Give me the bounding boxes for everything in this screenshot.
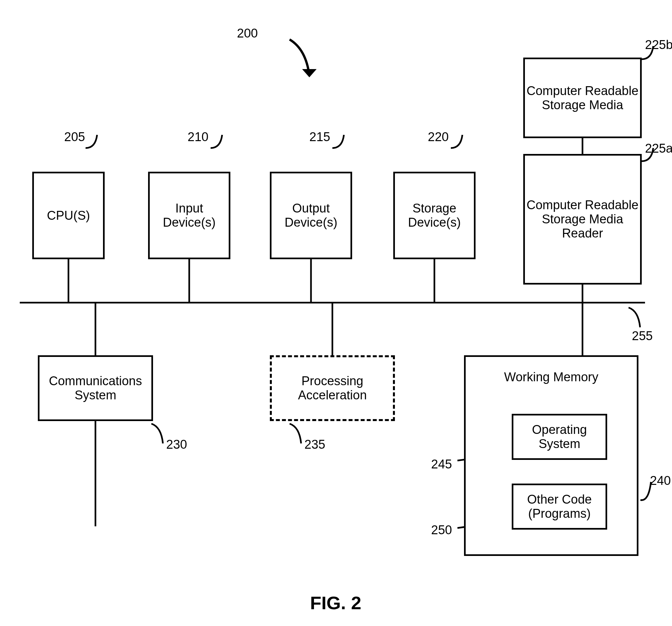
ref-205: 205 [64,130,85,144]
processing-acceleration-label: Processing Acceleration [272,374,393,402]
processing-acceleration-box: Processing Acceleration [270,355,395,421]
crsm-box: Computer Readable Storage Media [523,57,642,138]
ref-200: 200 [237,26,258,41]
ref-215: 215 [309,130,330,144]
ref-245: 245 [431,457,452,471]
output-devices-label: Output Device(s) [271,201,351,230]
ref-240: 240 [650,474,671,488]
ref-255: 255 [632,329,653,343]
ref-250: 250 [431,523,452,537]
other-code-box: Other Code (Programs) [512,483,607,530]
output-devices-box: Output Device(s) [270,172,352,259]
communications-system-label: Communications System [40,374,151,402]
ref-225b: 225b [645,38,672,52]
communications-system-box: Communications System [38,355,153,421]
ref-225a: 225a [645,142,672,156]
ref-235: 235 [305,437,325,452]
other-code-label: Other Code (Programs) [513,493,605,521]
svg-marker-11 [302,69,317,77]
input-devices-box: Input Device(s) [148,172,230,259]
crsm-label: Computer Readable Storage Media [525,84,640,112]
ref-230: 230 [166,437,187,452]
working-memory-label: Working Memory [466,370,637,384]
operating-system-label: Operating System [513,423,605,451]
ref-210: 210 [188,130,208,144]
figure-title: FIG. 2 [286,592,385,614]
cpu-box: CPU(S) [32,172,105,259]
input-devices-label: Input Device(s) [150,201,229,230]
cpu-label: CPU(S) [47,208,90,223]
storage-devices-box: Storage Device(s) [393,172,476,259]
crsmr-box: Computer Readable Storage Media Reader [523,154,642,284]
operating-system-box: Operating System [512,414,607,460]
storage-devices-label: Storage Device(s) [395,201,474,230]
crsmr-label: Computer Readable Storage Media Reader [525,198,640,241]
ref-220: 220 [428,130,449,144]
